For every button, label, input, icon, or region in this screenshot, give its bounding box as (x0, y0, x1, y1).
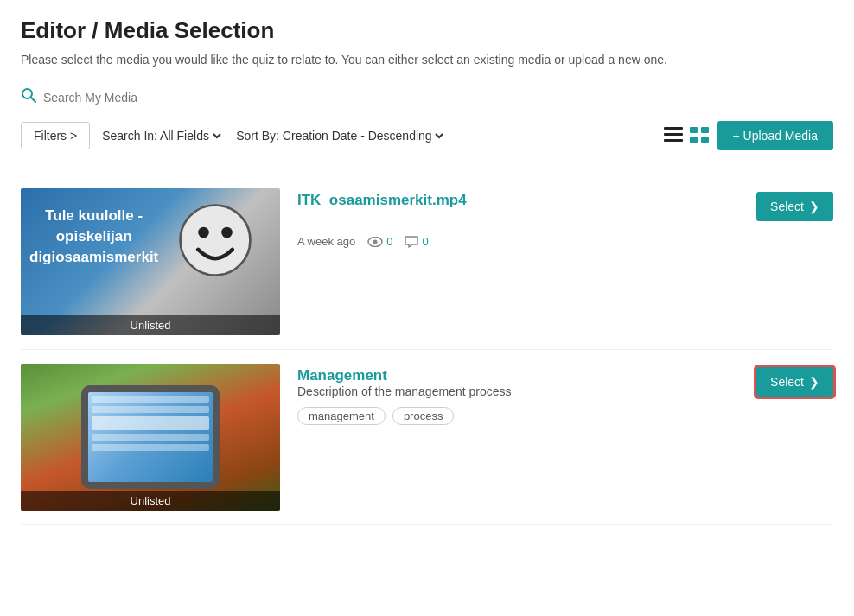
view-icons (664, 127, 709, 145)
toolbar-row: Filters > Search In: All Fields Sort By:… (21, 121, 833, 150)
views-count-1: 0 (386, 235, 392, 248)
svg-rect-6 (701, 127, 709, 133)
svg-rect-7 (690, 137, 698, 143)
comments-icon-1: 0 (405, 235, 428, 248)
chevron-icon-2: ❯ (809, 375, 819, 389)
tag-management[interactable]: management (297, 407, 386, 425)
page-title: Editor / Media Selection (21, 17, 833, 44)
svg-line-1 (31, 98, 35, 102)
svg-rect-5 (690, 127, 698, 133)
svg-point-11 (221, 227, 233, 238)
page-subtitle: Please select the media you would like t… (21, 53, 833, 67)
meta-time-1: A week ago (297, 235, 355, 248)
tablet-image (81, 385, 220, 489)
svg-rect-2 (664, 127, 683, 130)
svg-rect-8 (701, 137, 709, 143)
select-btn-wrapper-1: Select ❯ (756, 188, 833, 221)
media-list: Tule kuulolle -opiskelijandigiosaamismer… (21, 175, 833, 525)
media-info-1: ITK_osaamismerkit.mp4 A week ago 0 0 (297, 188, 739, 248)
media-info-2: Management Description of the management… (297, 364, 739, 425)
comments-count-1: 0 (422, 235, 428, 248)
list-view-icon[interactable] (664, 127, 683, 145)
media-title-1[interactable]: ITK_osaamismerkit.mp4 (297, 192, 467, 208)
search-input[interactable] (43, 91, 303, 105)
thumbnail-2: Unlisted (21, 364, 280, 511)
svg-point-10 (198, 227, 209, 238)
media-description-2: Description of the management process (297, 384, 739, 398)
select-button-1[interactable]: Select ❯ (756, 192, 833, 221)
thumb-label-2: Unlisted (21, 491, 280, 511)
svg-point-13 (373, 239, 378, 244)
select-btn-wrapper-2: Select ❯ (756, 364, 833, 397)
svg-rect-4 (664, 139, 683, 142)
thumb-label-1: Unlisted (21, 315, 280, 335)
tag-process[interactable]: process (392, 407, 455, 425)
sort-by-dropdown[interactable]: Sort By: Creation Date - Descending (233, 128, 446, 143)
svg-rect-3 (664, 133, 683, 136)
media-title-2[interactable]: Management (297, 367, 387, 384)
select-button-2[interactable]: Select ❯ (756, 367, 833, 397)
search-row (21, 87, 833, 107)
media-item-2: Unlisted Management Description of the m… (21, 350, 833, 525)
tags-row-2: management process (297, 407, 739, 425)
search-in-dropdown[interactable]: Search In: All Fields (99, 128, 224, 143)
grid-view-icon[interactable] (690, 127, 709, 145)
upload-media-button[interactable]: + Upload Media (717, 121, 833, 150)
search-icon (21, 87, 36, 107)
chevron-icon: ❯ (809, 200, 819, 213)
media-item: Tule kuulolle -opiskelijandigiosaamismer… (21, 175, 833, 350)
filters-button[interactable]: Filters > (21, 122, 90, 149)
svg-point-9 (181, 206, 251, 276)
media-meta-1: A week ago 0 0 (297, 235, 739, 248)
views-icon-1: 0 (367, 235, 392, 248)
thumbnail: Tule kuulolle -opiskelijandigiosaamismer… (21, 188, 280, 335)
